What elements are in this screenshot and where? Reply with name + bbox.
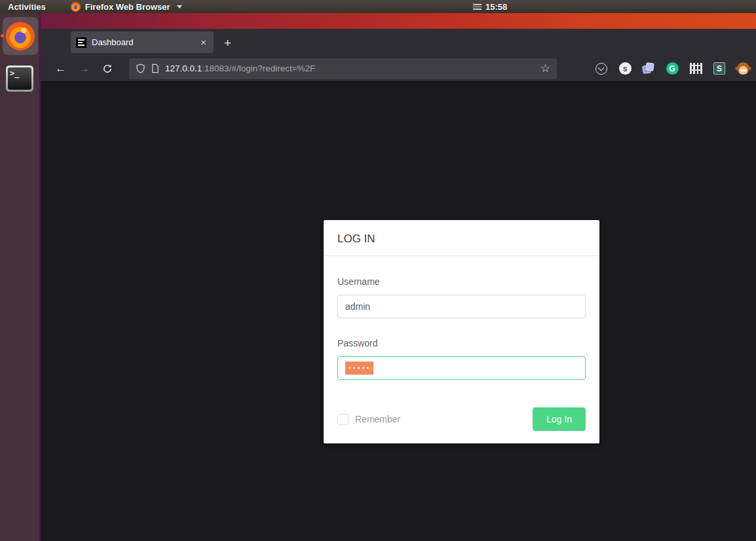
remember-checkbox[interactable] bbox=[337, 414, 349, 425]
remember-label: Remember bbox=[355, 414, 400, 424]
bookmark-star-icon[interactable]: ☆ bbox=[540, 62, 550, 75]
shield-icon[interactable] bbox=[136, 64, 145, 73]
tab-close-icon[interactable]: × bbox=[198, 37, 208, 48]
password-masked-selection: ••••• bbox=[345, 362, 373, 375]
firefox-icon bbox=[6, 22, 35, 50]
tab-dashboard[interactable]: Dashboard × bbox=[71, 31, 214, 53]
username-label: Username bbox=[337, 276, 586, 289]
activities-button[interactable]: Activities bbox=[8, 2, 46, 12]
tab-title: Dashboard bbox=[92, 37, 198, 47]
stylus-icon[interactable]: S bbox=[713, 62, 726, 75]
firefox-window: Dashboard × + ← → 127.0.0.1:18083/#/logi… bbox=[41, 13, 756, 541]
password-label: Password bbox=[337, 338, 586, 351]
chevron-down-icon bbox=[177, 5, 182, 9]
tab-favicon-icon bbox=[76, 37, 86, 48]
username-value: admin bbox=[345, 301, 370, 312]
login-card-header: LOG IN bbox=[324, 220, 599, 256]
fence-icon[interactable] bbox=[689, 62, 702, 75]
clock-time: 15:58 bbox=[485, 2, 507, 12]
login-card-footer: Remember Log In bbox=[337, 407, 586, 431]
login-card: LOG IN Username admin Password ••••• Rem… bbox=[324, 220, 599, 443]
navigation-toolbar: ← → 127.0.0.1:18083/#/login?redirect=%2F… bbox=[41, 56, 756, 82]
extension-buttons: s G S bbox=[595, 62, 749, 75]
clock[interactable]: 15:58 bbox=[473, 0, 507, 13]
forward-button: → bbox=[75, 59, 94, 79]
dock: >_ bbox=[0, 13, 41, 541]
url-text[interactable]: 127.0.0.1:18083/#/login?redirect=%2F bbox=[165, 64, 535, 73]
url-bar[interactable]: 127.0.0.1:18083/#/login?redirect=%2F ☆ bbox=[129, 58, 557, 79]
firefox-mini-icon bbox=[71, 2, 81, 12]
terminal-icon: >_ bbox=[8, 67, 31, 90]
weekday-icon bbox=[473, 4, 482, 10]
monkey-icon[interactable] bbox=[736, 62, 749, 75]
url-host: 127.0.0.1 bbox=[165, 64, 202, 73]
system-top-bar: Activities Firefox Web Browser 15:58 bbox=[0, 0, 756, 13]
reload-button[interactable] bbox=[98, 59, 117, 79]
login-title: LOG IN bbox=[337, 233, 375, 245]
login-card-body: Username admin Password ••••• Remember L… bbox=[324, 256, 599, 431]
wallpaper-strip bbox=[41, 13, 756, 29]
back-button[interactable]: ← bbox=[51, 59, 71, 79]
new-tab-button[interactable]: + bbox=[224, 37, 231, 49]
reload-icon bbox=[102, 64, 113, 74]
password-field[interactable]: ••••• bbox=[337, 356, 586, 380]
page-content: LOG IN Username admin Password ••••• Rem… bbox=[41, 83, 756, 541]
app-menu-label: Firefox Web Browser bbox=[85, 2, 170, 12]
notes-icon[interactable] bbox=[642, 62, 655, 75]
dock-item-firefox[interactable] bbox=[3, 17, 38, 55]
s-circle-icon[interactable]: s bbox=[618, 62, 632, 75]
tab-bar: Dashboard × + bbox=[41, 29, 756, 56]
username-field[interactable]: admin bbox=[337, 295, 586, 318]
dock-item-terminal[interactable]: >_ bbox=[6, 65, 33, 92]
pocket-icon[interactable] bbox=[595, 62, 608, 75]
app-menu[interactable]: Firefox Web Browser bbox=[71, 2, 182, 12]
running-indicator-dot bbox=[1, 34, 4, 37]
grammarly-icon[interactable]: G bbox=[666, 62, 679, 75]
login-button[interactable]: Log In bbox=[533, 407, 586, 431]
url-rest: :18083/#/login?redirect=%2F bbox=[202, 64, 315, 73]
page-info-icon[interactable] bbox=[151, 64, 160, 73]
